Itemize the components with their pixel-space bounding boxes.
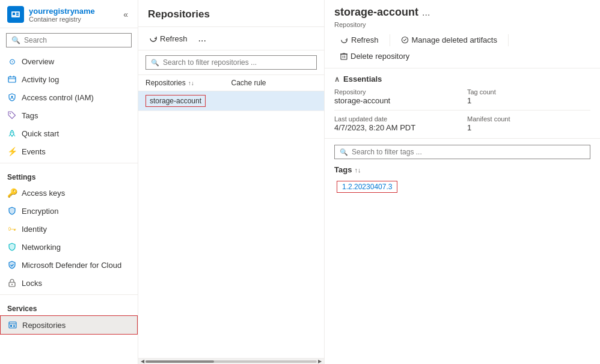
toolbar-separator — [390, 34, 390, 46]
manage-icon — [401, 36, 409, 44]
essentials-item-repo: Repository storage-account — [334, 88, 458, 105]
sidebar-item-tags[interactable]: Tags — [0, 106, 138, 124]
tag-icon — [7, 111, 17, 120]
activity-icon — [7, 74, 17, 84]
repo-filter-wrap[interactable]: 🔍 — [145, 55, 317, 70]
sidebar-item-locks[interactable]: Locks — [0, 274, 138, 292]
essentials-value: 4/7/2023, 8:20 AM PDT — [334, 123, 458, 132]
detail-subtitle: Repository — [334, 21, 590, 28]
filter-search-icon: 🔍 — [151, 59, 159, 67]
sidebar-item-access-control[interactable]: Access control (IAM) — [0, 88, 138, 106]
key-icon: 🔑 — [7, 188, 17, 198]
sidebar-item-label: Tags — [22, 111, 38, 120]
tag-row[interactable]: 1.2.20230407.3 — [334, 178, 590, 196]
sidebar-item-label: Access keys — [22, 189, 65, 198]
repo-filter-input[interactable] — [163, 58, 311, 67]
repo-more-button[interactable]: ... — [195, 31, 210, 46]
essentials-grid: Repository storage-account Tag count 1 — [334, 88, 590, 105]
sidebar-item-defender[interactable]: Microsoft Defender for Cloud — [0, 256, 138, 274]
essentials-value: 1 — [467, 123, 590, 132]
sidebar-item-quick-start[interactable]: Quick start — [0, 124, 138, 142]
svg-point-9 — [10, 113, 11, 114]
svg-rect-19 — [341, 54, 347, 59]
sidebar-item-activity-log[interactable]: Activity log — [0, 70, 138, 88]
essentials-value: storage-account — [334, 96, 458, 105]
repo-name-cell[interactable]: storage-account — [145, 95, 231, 107]
key-gold-icon: 🗝 — [7, 224, 17, 234]
sidebar-item-overview[interactable]: ⊙ Overview — [0, 52, 138, 70]
repo-refresh-button[interactable]: Refresh — [144, 32, 192, 46]
sidebar-item-events[interactable]: ⚡ Events — [0, 142, 138, 160]
sidebar-item-access-keys[interactable]: 🔑 Access keys — [0, 184, 138, 202]
repo-toolbar: Refresh ... — [138, 27, 324, 50]
registry-icon — [7, 6, 24, 23]
repo-scroll-container[interactable]: storage-account — [138, 91, 324, 111]
sidebar-item-repositories[interactable]: Repositories — [0, 315, 138, 335]
detail-refresh-button[interactable]: Refresh — [334, 33, 385, 47]
scroll-left-arrow[interactable]: ◀ — [139, 359, 145, 364]
table-row[interactable]: storage-account — [138, 91, 324, 111]
bolt-icon: ⚡ — [7, 147, 17, 156]
essentials-label: Last updated date — [334, 115, 458, 123]
detail-more-button[interactable]: ... — [422, 7, 430, 18]
delete-repo-button[interactable]: Delete repository — [334, 49, 415, 63]
sidebar-item-label: Overview — [22, 57, 54, 66]
sidebar-item-networking[interactable]: Networking — [0, 238, 138, 256]
scroll-track[interactable] — [145, 360, 317, 363]
horizontal-scrollbar[interactable]: ◀ ▶ — [138, 358, 324, 364]
sidebar-item-label: Locks — [22, 279, 42, 288]
registry-name[interactable]: yourregistryname — [29, 7, 116, 16]
sidebar-title-group: yourregistryname Container registry — [29, 7, 116, 23]
repo-table-header: Repositories ↑↓ Cache rule — [138, 75, 324, 91]
sidebar-item-label: Activity log — [22, 75, 59, 84]
tags-search-icon: 🔍 — [340, 148, 348, 156]
repo-panel-header: Repositories — [138, 0, 324, 27]
detail-panel: storage-account ... Repository Refresh — [325, 0, 600, 364]
search-icon: 🔍 — [11, 36, 20, 44]
detail-header: storage-account ... Repository Refresh — [325, 0, 600, 68]
tags-filter-wrap[interactable]: 🔍 — [334, 145, 590, 159]
sidebar-item-label: Microsoft Defender for Cloud — [22, 261, 121, 270]
sidebar-search-box[interactable]: 🔍 — [6, 33, 132, 47]
network-icon — [7, 242, 17, 252]
refresh-icon — [149, 34, 158, 43]
repo-name-badge[interactable]: storage-account — [145, 95, 206, 107]
essentials-chevron: ∧ — [334, 75, 340, 83]
tags-section: 🔍 Tags ↑↓ 1.2.20230407.3 — [325, 139, 600, 364]
sidebar-item-identity[interactable]: 🗝 Identity — [0, 220, 138, 238]
tag-badge[interactable]: 1.2.20230407.3 — [337, 181, 397, 193]
essentials-divider — [334, 110, 590, 111]
svg-rect-1 — [13, 13, 15, 15]
essentials-item-date: Last updated date 4/7/2023, 8:20 AM PDT — [334, 115, 458, 132]
repo-icon — [8, 320, 17, 330]
svg-rect-3 — [16, 14, 19, 16]
svg-rect-17 — [13, 326, 15, 327]
scroll-thumb[interactable] — [145, 360, 214, 363]
services-section-label: Services — [0, 297, 138, 315]
svg-point-8 — [11, 96, 13, 98]
repositories-panel: Repositories Refresh ... 🔍 — [138, 0, 325, 364]
sidebar-item-label: Events — [22, 147, 46, 156]
sidebar-search-input[interactable] — [24, 36, 126, 44]
manage-deleted-button[interactable]: Manage deleted artifacts — [395, 33, 503, 47]
essentials-section: ∧ Essentials Repository storage-account … — [325, 68, 600, 139]
sidebar-item-label: Access control (IAM) — [22, 93, 94, 102]
sidebar-item-label: Networking — [22, 243, 61, 252]
defender-icon — [7, 260, 17, 270]
svg-rect-15 — [10, 325, 12, 327]
sidebar-header: yourregistryname Container registry « — [0, 0, 138, 28]
essentials-value: 1 — [467, 96, 590, 105]
essentials-label: Repository — [334, 88, 458, 96]
scroll-right-arrow[interactable]: ▶ — [317, 359, 323, 364]
sidebar-item-encryption[interactable]: Encryption — [0, 202, 138, 220]
repo-table: Repositories ↑↓ Cache rule storage-accou… — [138, 75, 324, 111]
detail-title-row: storage-account ... — [334, 6, 590, 19]
essentials-grid-2: Last updated date 4/7/2023, 8:20 AM PDT … — [334, 115, 590, 132]
essentials-label: Tag count — [467, 88, 590, 96]
col-repositories-header: Repositories ↑↓ — [145, 79, 231, 87]
sidebar-collapse[interactable]: « — [121, 8, 130, 20]
shield-person-icon — [7, 93, 17, 102]
shield-blue-icon — [7, 206, 17, 216]
col-cache-header: Cache rule — [231, 79, 317, 87]
tags-filter-input[interactable] — [352, 148, 585, 156]
